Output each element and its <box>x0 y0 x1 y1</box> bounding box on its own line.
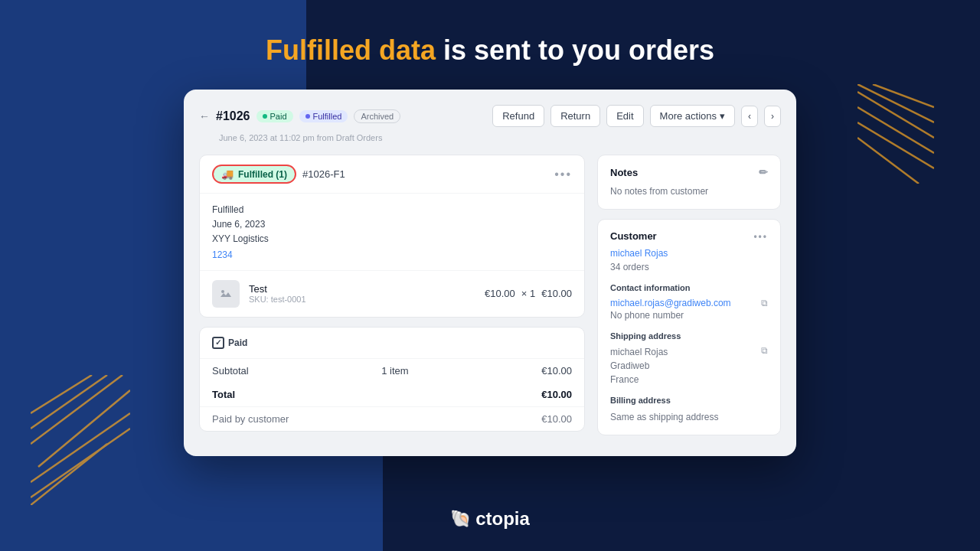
edit-button[interactable]: Edit <box>606 105 643 127</box>
total-label: Total <box>212 389 235 400</box>
shipping-name-row: michael Rojas Gradiweb France ⧉ <box>610 345 768 386</box>
back-arrow[interactable]: ← <box>199 110 210 122</box>
svg-point-14 <box>221 290 224 293</box>
copy-shipping-icon[interactable]: ⧉ <box>761 345 768 356</box>
contact-info-title: Contact information <box>610 282 768 295</box>
fulfillment-logistics: XYY Logistics <box>212 232 572 246</box>
paid-status-badge: ✓ Paid <box>212 337 247 349</box>
nav-prev-button[interactable]: ‹ <box>741 106 758 127</box>
payment-header: ✓ Paid <box>200 328 584 359</box>
fulfillment-date: June 6, 2023 <box>212 217 572 232</box>
product-row: Test SKU: test-0001 €10.00 × 1 €10.00 <box>200 270 584 317</box>
left-column: 🚚 Fulfilled (1) #1026-F1 ••• Fulfilled J… <box>199 155 585 441</box>
total-amount: €10.00 <box>541 389 572 400</box>
fulfillment-id: #1026-F1 <box>302 168 345 180</box>
paid-by-row: Paid by customer €10.00 <box>200 406 584 431</box>
notes-title-row: Notes ✏ <box>610 166 768 178</box>
contact-email-row: michael.rojas@gradiweb.com ⧉ <box>610 298 768 308</box>
order-header-left: ← #1026 Paid Fulfilled Archived <box>199 109 400 123</box>
notes-content: No notes from customer <box>610 184 768 198</box>
subtotal-qty: 1 item <box>381 365 408 377</box>
subtotal-amount: €10.00 <box>541 365 572 377</box>
notes-card: Notes ✏ No notes from customer <box>597 155 781 210</box>
contact-email-link[interactable]: michael.rojas@gradiweb.com <box>610 298 731 308</box>
shipping-address-title: Shipping address <box>610 330 768 343</box>
product-sku: SKU: test-0001 <box>249 295 485 304</box>
product-qty: × 1 <box>521 288 535 299</box>
customer-title-row: Customer ••• <box>610 230 768 242</box>
right-column: Notes ✏ No notes from customer Customer … <box>597 155 781 441</box>
title-rest: is sent to you orders <box>436 34 714 66</box>
chevron-down-icon: ▾ <box>720 110 725 122</box>
more-actions-button[interactable]: More actions ▾ <box>650 105 735 127</box>
fulfillment-tracking-link[interactable]: 1234 <box>212 249 233 260</box>
main-card: ← #1026 Paid Fulfilled Archived Refund R… <box>184 90 796 456</box>
shipping-address-details: michael Rojas Gradiweb France <box>610 345 668 386</box>
fulfilled-badge: 🚚 Fulfilled (1) <box>212 165 296 184</box>
billing-address-title: Billing address <box>610 394 768 407</box>
payment-card: ✓ Paid Subtotal 1 item €10.00 Total €10.… <box>199 327 585 432</box>
return-button[interactable]: Return <box>550 105 600 127</box>
order-header: ← #1026 Paid Fulfilled Archived Refund R… <box>199 105 781 130</box>
notes-edit-icon[interactable]: ✏ <box>759 166 768 178</box>
paid-by-amount: €10.00 <box>541 413 572 425</box>
fulfilled-dot <box>305 114 310 119</box>
badge-paid: Paid <box>256 110 293 122</box>
product-line-total: €10.00 <box>541 288 572 299</box>
fulfillment-menu-icon[interactable]: ••• <box>554 168 572 181</box>
contact-phone: No phone number <box>610 308 768 322</box>
customer-card: Customer ••• michael Rojas 34 orders Con… <box>597 219 781 435</box>
shipping-company: Gradiweb <box>610 359 668 373</box>
order-header-right: Refund Return Edit More actions ▾ ‹ › <box>492 105 781 127</box>
truck-icon: 🚚 <box>221 168 234 180</box>
decoration-lines-left <box>31 375 130 505</box>
decoration-lines-right <box>858 84 934 184</box>
fulfillment-header-left: 🚚 Fulfilled (1) #1026-F1 <box>212 165 345 184</box>
nav-next-button[interactable]: › <box>764 106 781 127</box>
svg-rect-13 <box>218 286 234 302</box>
product-price: €10.00 × 1 €10.00 <box>485 288 572 299</box>
order-subtitle: June 6, 2023 at 11:02 pm from Draft Orde… <box>199 133 781 142</box>
customer-name-link[interactable]: michael Rojas <box>610 248 768 259</box>
svg-line-4 <box>31 413 130 482</box>
badge-fulfilled: Fulfilled <box>299 110 348 122</box>
subtotal-row: Subtotal 1 item €10.00 <box>200 359 584 383</box>
order-number: #1026 <box>216 109 250 123</box>
check-icon: ✓ <box>212 337 224 349</box>
svg-line-1 <box>31 375 107 429</box>
billing-same: Same as shipping address <box>610 410 768 424</box>
paid-dot <box>263 114 267 119</box>
product-image-icon <box>218 286 234 302</box>
shipping-name: michael Rojas <box>610 345 668 359</box>
paid-by-label: Paid by customer <box>212 413 289 425</box>
fulfillment-header: 🚚 Fulfilled (1) #1026-F1 ••• <box>200 155 584 194</box>
customer-title: Customer <box>610 230 657 242</box>
fulfillment-card: 🚚 Fulfilled (1) #1026-F1 ••• Fulfilled J… <box>199 155 585 318</box>
content-area: 🚚 Fulfilled (1) #1026-F1 ••• Fulfilled J… <box>199 155 781 441</box>
page-header: Fulfilled data is sent to you orders <box>0 0 980 90</box>
notes-title: Notes <box>610 167 638 178</box>
title-highlight: Fulfilled data <box>266 34 436 66</box>
branding-name: ctopia <box>475 508 530 530</box>
product-thumbnail <box>212 280 240 308</box>
product-unit-price: €10.00 <box>485 288 515 299</box>
fulfillment-info: Fulfilled June 6, 2023 XYY Logistics 123… <box>200 194 584 270</box>
badge-archived: Archived <box>354 109 400 123</box>
refund-button[interactable]: Refund <box>492 105 544 127</box>
copy-email-icon[interactable]: ⧉ <box>761 298 768 308</box>
product-name: Test <box>249 283 485 295</box>
shipping-country: France <box>610 373 668 386</box>
fulfillment-status: Fulfilled <box>212 203 572 217</box>
product-details: Test SKU: test-0001 <box>249 283 485 304</box>
svg-line-12 <box>858 138 919 184</box>
subtotal-label: Subtotal <box>212 365 249 377</box>
customer-orders: 34 orders <box>610 260 768 274</box>
svg-line-5 <box>31 429 130 497</box>
total-row: Total €10.00 <box>200 383 584 406</box>
branding: 🐚 ctopia <box>450 508 530 530</box>
customer-menu-icon[interactable]: ••• <box>753 231 768 242</box>
branding-logo: 🐚 <box>450 509 471 529</box>
